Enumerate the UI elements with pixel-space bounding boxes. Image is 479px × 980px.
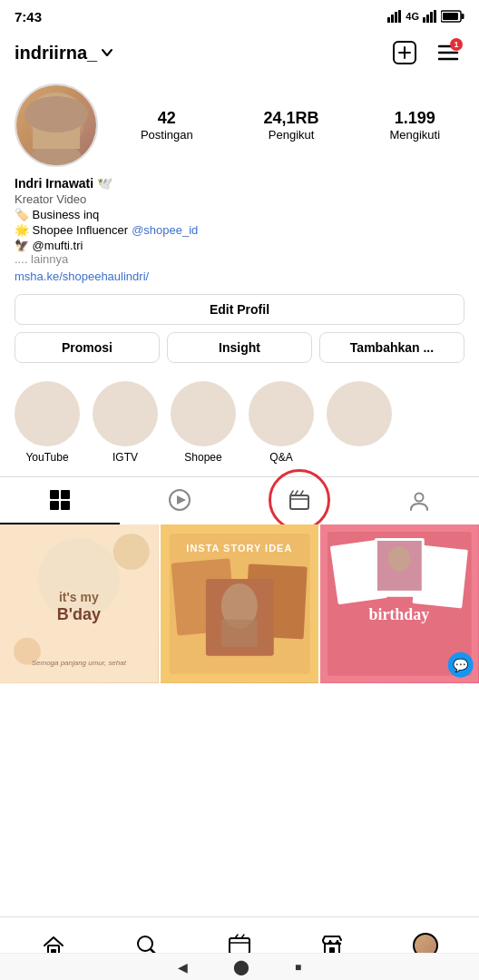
svg-text:INSTA STORY IDEA: INSTA STORY IDEA bbox=[186, 543, 292, 554]
profile-top: 42 Postingan 24,1RB Pengikut 1.199 Mengi… bbox=[15, 83, 464, 167]
stat-followers[interactable]: 24,1RB Pengikut bbox=[264, 109, 319, 142]
network-type: 4G bbox=[406, 11, 419, 22]
menu-button[interactable]: 1 bbox=[432, 36, 464, 69]
posts-label: Postingan bbox=[141, 128, 193, 142]
tab-reels-video[interactable] bbox=[120, 477, 240, 524]
svg-rect-10 bbox=[443, 13, 458, 20]
svg-rect-7 bbox=[434, 10, 436, 23]
highlight-label: IGTV bbox=[112, 451, 138, 464]
grid-item-3[interactable]: birthday 💬 bbox=[320, 524, 479, 683]
edit-profile-button[interactable]: Edit Profil bbox=[15, 294, 464, 325]
profile-buttons: Edit Profil Promosi Insight Tambahkan ..… bbox=[15, 294, 464, 363]
svg-rect-60 bbox=[230, 938, 249, 954]
highlight-label: Shopee bbox=[184, 451, 221, 464]
highlights-section: YouTube IGTV Shopee Q&A bbox=[0, 372, 479, 469]
grid-image-1: it's my B'day Semoga panjang umur, sehat bbox=[0, 524, 159, 683]
highlight-shopee[interactable]: Shopee bbox=[171, 381, 236, 464]
bio-line-1: 🏷️ Business inq bbox=[15, 208, 464, 221]
profile-section: 42 Postingan 24,1RB Pengikut 1.199 Mengi… bbox=[0, 78, 479, 372]
action-buttons: Promosi Insight Tambahkan ... bbox=[15, 332, 464, 363]
highlight-circle bbox=[15, 381, 80, 446]
stat-posts[interactable]: 42 Postingan bbox=[141, 109, 193, 142]
svg-point-52 bbox=[388, 546, 410, 572]
insight-button[interactable]: Insight bbox=[167, 332, 312, 363]
highlight-circle bbox=[93, 381, 158, 446]
svg-point-36 bbox=[113, 534, 150, 570]
content-tabs bbox=[0, 476, 479, 524]
chevron-down-icon bbox=[101, 46, 113, 59]
grid-item-1[interactable]: it's my B'day Semoga panjang umur, sehat bbox=[0, 524, 159, 683]
svg-rect-1 bbox=[391, 15, 394, 23]
add-button[interactable] bbox=[388, 36, 421, 69]
sys-nav-bar: ◀ ⬤ ■ bbox=[0, 953, 479, 980]
svg-rect-29 bbox=[290, 495, 308, 509]
svg-rect-23 bbox=[50, 490, 59, 499]
tambahkan-button[interactable]: Tambahkan ... bbox=[319, 332, 464, 363]
header-icons: 1 bbox=[388, 36, 464, 69]
battery-icon bbox=[441, 10, 464, 23]
svg-rect-9 bbox=[462, 14, 464, 19]
svg-rect-2 bbox=[395, 12, 397, 23]
svg-rect-24 bbox=[61, 490, 70, 499]
highlight-youtube[interactable]: YouTube bbox=[15, 381, 80, 464]
following-label: Mengikuti bbox=[389, 128, 440, 142]
grid-item-2[interactable]: INSTA STORY IDEA bbox=[161, 524, 319, 683]
svg-rect-25 bbox=[50, 501, 59, 510]
highlight-extra[interactable] bbox=[327, 381, 392, 464]
svg-point-30 bbox=[415, 494, 424, 502]
avatar-svg bbox=[16, 85, 96, 165]
promosi-button[interactable]: Promosi bbox=[15, 332, 160, 363]
avatar[interactable] bbox=[15, 83, 98, 167]
grid-icon bbox=[48, 488, 72, 512]
header: indriirna_ 1 bbox=[0, 33, 479, 78]
sys-nav-recents[interactable]: ◀ bbox=[178, 960, 188, 975]
avatar-image bbox=[16, 85, 96, 165]
tab-tagged[interactable] bbox=[359, 477, 479, 524]
svg-rect-45 bbox=[221, 620, 258, 647]
status-bar: 7:43 4G bbox=[0, 0, 479, 33]
highlight-qa[interactable]: Q&A bbox=[249, 381, 314, 464]
bio-link[interactable]: msha.ke/shopeehaulindri/ bbox=[15, 270, 464, 283]
bio-more[interactable]: .... lainnya bbox=[15, 252, 464, 266]
sys-nav-home[interactable]: ⬤ bbox=[233, 958, 249, 975]
svg-text:it's my: it's my bbox=[59, 590, 99, 604]
highlight-circle bbox=[327, 381, 392, 446]
stats-row: 42 Postingan 24,1RB Pengikut 1.199 Mengi… bbox=[116, 109, 464, 142]
svg-text:B'day: B'day bbox=[57, 605, 101, 623]
bio-role: Kreator Video bbox=[15, 192, 464, 206]
followers-count: 24,1RB bbox=[264, 109, 319, 128]
tab-grid[interactable] bbox=[0, 477, 120, 524]
bio-line-2: 🌟 Shopee Influencer @shopee_id bbox=[15, 223, 464, 237]
bio-line-3: 🦅 @mufti.tri bbox=[15, 239, 464, 252]
sys-nav-back[interactable]: ■ bbox=[295, 961, 301, 974]
username-text: indriirna_ bbox=[15, 43, 97, 64]
username-area[interactable]: indriirna_ bbox=[15, 43, 113, 64]
tab-clips[interactable] bbox=[240, 477, 359, 524]
play-icon bbox=[168, 488, 191, 512]
name-emoji: 🕊️ bbox=[97, 176, 112, 191]
svg-point-22 bbox=[54, 124, 58, 127]
posts-count: 42 bbox=[158, 109, 176, 128]
highlight-circle bbox=[249, 381, 314, 446]
svg-rect-6 bbox=[430, 12, 433, 23]
svg-point-19 bbox=[30, 143, 82, 165]
status-icons: 4G bbox=[387, 10, 464, 23]
clapper-icon bbox=[288, 488, 311, 512]
grid-svg-3: birthday 💬 bbox=[320, 524, 479, 683]
svg-point-17 bbox=[28, 93, 83, 142]
bio-section: Indri Irnawati 🕊️ Kreator Video 🏷️ Busin… bbox=[15, 176, 464, 283]
svg-rect-3 bbox=[398, 10, 401, 23]
stat-following[interactable]: 1.199 Mengikuti bbox=[389, 109, 440, 142]
grid-svg-2: INSTA STORY IDEA bbox=[161, 524, 319, 683]
highlight-igtv[interactable]: IGTV bbox=[93, 381, 158, 464]
highlight-circle bbox=[171, 381, 236, 446]
svg-rect-4 bbox=[423, 17, 425, 23]
bio-name: Indri Irnawati 🕊️ bbox=[15, 176, 464, 191]
highlight-label: Q&A bbox=[269, 451, 292, 464]
svg-text:💬: 💬 bbox=[454, 658, 470, 673]
svg-rect-26 bbox=[61, 501, 70, 510]
svg-rect-5 bbox=[426, 15, 429, 23]
followers-label: Pengikut bbox=[269, 128, 315, 142]
grid-svg-1: it's my B'day Semoga panjang umur, sehat bbox=[0, 524, 159, 683]
status-time: 7:43 bbox=[15, 9, 42, 24]
